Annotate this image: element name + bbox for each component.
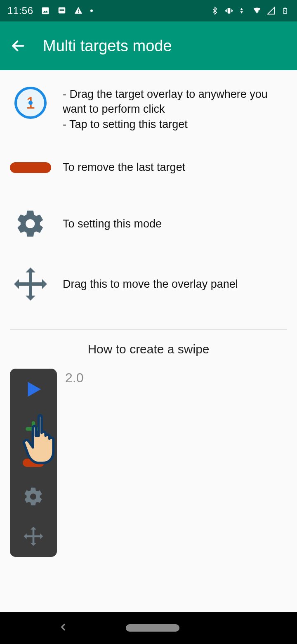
divider (10, 329, 287, 330)
target-line2: - Tap to setting this target (63, 117, 287, 132)
remove-pill-icon (10, 162, 51, 173)
status-right: 4 (210, 6, 290, 15)
overlay-panel[interactable] (10, 369, 57, 557)
svg-rect-16 (285, 8, 286, 8)
panel-gear-button[interactable] (20, 483, 47, 510)
svg-rect-8 (226, 9, 227, 12)
vibrate-icon (224, 6, 233, 15)
row-settings: To setting this mode (10, 195, 287, 253)
back-button[interactable] (10, 38, 26, 54)
nav-home-pill[interactable] (126, 624, 179, 632)
content: 1 - Drag the target overlay to anywhere … (0, 70, 297, 557)
svg-rect-11 (232, 10, 233, 11)
status-bar: 11:56 4 (0, 0, 297, 21)
svg-marker-18 (28, 382, 41, 397)
message-icon (57, 6, 66, 15)
svg-rect-2 (58, 7, 65, 14)
svg-rect-7 (228, 8, 231, 13)
svg-text:4: 4 (258, 10, 259, 13)
swipe-demo: 2.0 (10, 369, 287, 557)
svg-rect-0 (42, 7, 49, 14)
svg-rect-10 (225, 10, 226, 11)
svg-marker-13 (240, 11, 243, 13)
data-icon (238, 6, 248, 15)
svg-rect-9 (231, 9, 232, 12)
svg-rect-6 (78, 12, 79, 13)
target-badge-icon: 1 (10, 87, 51, 119)
image-icon (41, 6, 50, 15)
row-target: 1 - Drag the target overlay to anywhere … (10, 70, 287, 140)
svg-rect-4 (59, 10, 64, 11)
page-title: Multi targets mode (43, 37, 172, 55)
svg-marker-12 (240, 8, 243, 10)
warning-icon (74, 6, 83, 15)
panel-move-button[interactable] (20, 523, 47, 549)
settings-description: To setting this mode (63, 216, 162, 231)
swipe-title: How to create a swipe (10, 342, 287, 356)
status-time: 11:56 (7, 5, 33, 17)
signal-icon (266, 6, 276, 15)
app-bar: Multi targets mode (0, 21, 297, 70)
wifi-icon: 4 (252, 6, 262, 15)
nav-back-button[interactable] (58, 622, 70, 634)
hand-pointer-icon (20, 413, 69, 467)
svg-rect-5 (78, 9, 79, 12)
play-button[interactable] (20, 376, 47, 402)
target-description: - Drag the target overlay to anywhere yo… (63, 87, 287, 132)
row-move: Drag this to move the overlay panel (10, 253, 287, 321)
move-icon (10, 263, 51, 305)
bluetooth-icon (210, 6, 219, 15)
dot-icon (90, 9, 93, 12)
move-description: Drag this to move the overlay panel (63, 277, 238, 291)
svg-rect-3 (59, 9, 64, 9)
status-left: 11:56 (7, 5, 93, 17)
gear-icon (10, 207, 51, 240)
row-remove: To remove the last target (10, 140, 287, 194)
remove-description: To remove the last target (63, 160, 185, 175)
version-label: 2.0 (65, 369, 83, 386)
target-line1: - Drag the target overlay to anywhere yo… (63, 87, 287, 117)
system-nav-bar (0, 612, 297, 644)
battery-icon (280, 6, 290, 15)
